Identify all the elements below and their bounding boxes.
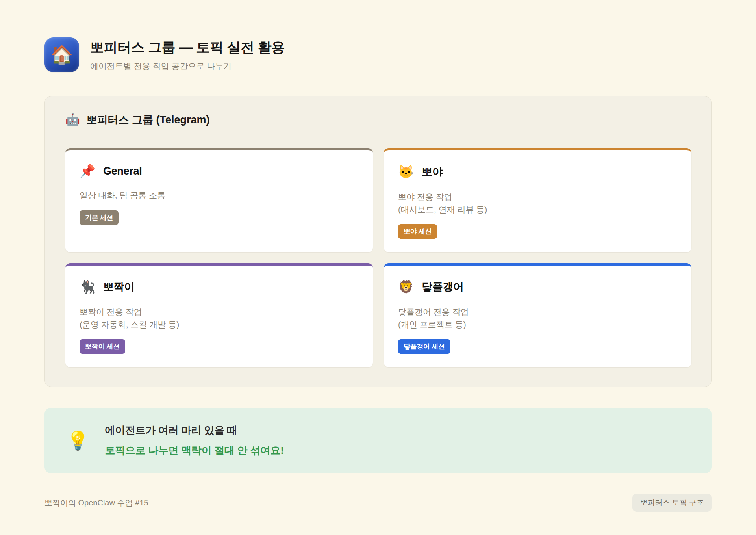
- session-badge: 닿플갱어 세션: [398, 339, 450, 354]
- desc-line: (개인 프로젝트 등): [398, 318, 677, 331]
- desc-line: (대시보드, 연재 리뷰 등): [398, 203, 677, 216]
- lion-icon: 🦁: [398, 281, 414, 293]
- card-title-row: 📌 General: [80, 165, 359, 177]
- card-name: General: [103, 165, 142, 177]
- bulb-icon: 💡: [67, 431, 89, 450]
- tip-line-1: 에이전트가 여러 마리 있을 때: [105, 424, 284, 437]
- session-badge: 뽀야 세션: [398, 224, 437, 239]
- topic-card-grid: 📌 General 일상 대화, 팀 공통 소통 기본 세션 🐱 뽀야 뽀야 전…: [65, 148, 691, 367]
- desc-line: 뽀짝이 전용 작업: [80, 306, 359, 318]
- card-title-row: 🦁 닿플갱어: [398, 280, 677, 294]
- desc-line: 일상 대화, 팀 공통 소통: [80, 189, 359, 202]
- house-emoji: 🏠: [50, 46, 73, 64]
- robot-icon: 🤖: [65, 114, 80, 126]
- card-description: 뽀짝이 전용 작업 (운영 자동화, 스킬 개발 등): [80, 306, 359, 331]
- card-description: 닿플갱어 전용 작업 (개인 프로젝트 등): [398, 306, 677, 331]
- page-subtitle: 에이전트별 전용 작업 공간으로 나누기: [90, 61, 285, 72]
- black-cat-icon: 🐈‍⬛: [80, 281, 95, 293]
- page-header: 🏠 뽀피터스 그룹 — 토픽 실전 활용 에이전트별 전용 작업 공간으로 나누…: [44, 0, 712, 72]
- pin-icon: 📌: [80, 165, 95, 177]
- page-title: 뽀피터스 그룹 — 토픽 실전 활용: [90, 38, 285, 57]
- card-ppoya: 🐱 뽀야 뽀야 전용 작업 (대시보드, 연재 리뷰 등) 뽀야 세션: [384, 148, 691, 252]
- card-name: 뽀야: [422, 165, 443, 179]
- house-icon: 🏠: [44, 37, 79, 72]
- page-footer: 뽀짝이의 OpenClaw 수업 #15 뽀피터스 토픽 구조: [44, 494, 712, 512]
- footer-credit: 뽀짝이의 OpenClaw 수업 #15: [44, 498, 148, 508]
- card-title-row: 🐈‍⬛ 뽀짝이: [80, 280, 359, 294]
- card-description: 뽀야 전용 작업 (대시보드, 연재 리뷰 등): [398, 191, 677, 215]
- telegram-group-panel: 🤖 뽀피터스 그룹 (Telegram) 📌 General 일상 대화, 팀 …: [44, 96, 712, 387]
- header-text: 뽀피터스 그룹 — 토픽 실전 활용 에이전트별 전용 작업 공간으로 나누기: [90, 38, 285, 72]
- session-badge: 뽀짝이 세션: [80, 339, 125, 354]
- panel-title: 🤖 뽀피터스 그룹 (Telegram): [65, 113, 691, 127]
- desc-line: 닿플갱어 전용 작업: [398, 306, 677, 318]
- tip-line-2: 토픽으로 나누면 맥락이 절대 안 섞여요!: [105, 444, 284, 457]
- card-ppojjaki: 🐈‍⬛ 뽀짝이 뽀짝이 전용 작업 (운영 자동화, 스킬 개발 등) 뽀짝이 …: [65, 263, 373, 367]
- card-name: 뽀짝이: [103, 280, 135, 294]
- desc-line: 뽀야 전용 작업: [398, 191, 677, 203]
- card-description: 일상 대화, 팀 공통 소통: [80, 189, 359, 202]
- footer-topic-badge: 뽀피터스 토픽 구조: [632, 494, 712, 512]
- tip-text: 에이전트가 여러 마리 있을 때 토픽으로 나누면 맥락이 절대 안 섞여요!: [105, 424, 284, 457]
- tip-box: 💡 에이전트가 여러 마리 있을 때 토픽으로 나누면 맥락이 절대 안 섞여요…: [44, 408, 712, 473]
- card-general: 📌 General 일상 대화, 팀 공통 소통 기본 세션: [65, 148, 373, 252]
- card-doppelganger: 🦁 닿플갱어 닿플갱어 전용 작업 (개인 프로젝트 등) 닿플갱어 세션: [384, 263, 691, 367]
- session-badge: 기본 세션: [80, 210, 119, 225]
- card-name: 닿플갱어: [422, 280, 464, 294]
- desc-line: (운영 자동화, 스킬 개발 등): [80, 318, 359, 331]
- card-title-row: 🐱 뽀야: [398, 165, 677, 179]
- page: 🏠 뽀피터스 그룹 — 토픽 실전 활용 에이전트별 전용 작업 공간으로 나누…: [0, 0, 756, 512]
- panel-title-label: 뽀피터스 그룹 (Telegram): [86, 113, 209, 127]
- cat-icon: 🐱: [398, 165, 414, 178]
